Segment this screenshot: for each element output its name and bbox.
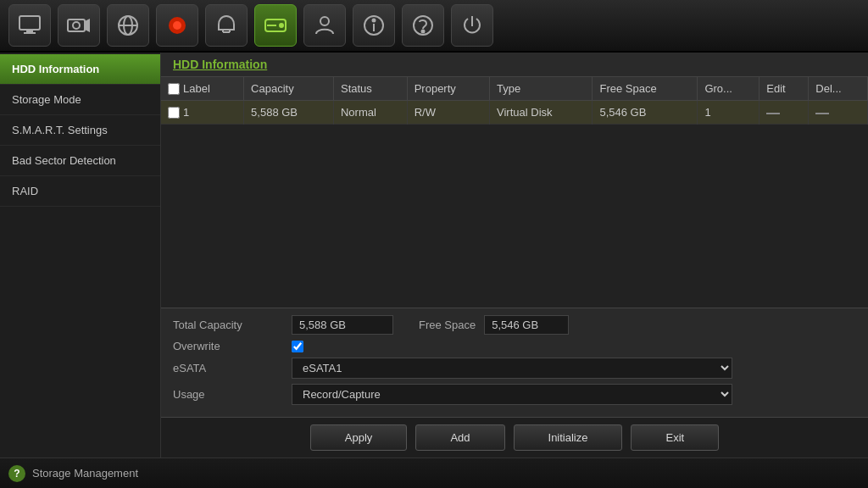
row-status: Normal bbox=[333, 101, 407, 125]
esata-select[interactable]: eSATA1 bbox=[292, 358, 732, 379]
user-icon[interactable] bbox=[303, 4, 346, 47]
network-icon[interactable] bbox=[107, 4, 149, 47]
initialize-button[interactable]: Initialize bbox=[514, 424, 623, 451]
svg-rect-1 bbox=[26, 30, 33, 32]
row-label: 1 bbox=[161, 101, 244, 125]
sidebar-item-raid[interactable]: RAID bbox=[0, 176, 160, 207]
svg-rect-0 bbox=[19, 16, 40, 30]
free-space-label: Free Space bbox=[419, 319, 476, 331]
col-label: Label bbox=[161, 77, 244, 101]
status-icon: ? bbox=[8, 465, 25, 482]
sidebar-item-hdd-information[interactable]: HDD Information bbox=[0, 54, 160, 85]
col-property: Property bbox=[407, 77, 489, 101]
svg-point-20 bbox=[373, 19, 376, 22]
col-type: Type bbox=[490, 77, 593, 101]
info-icon[interactable] bbox=[353, 4, 395, 47]
col-edit: Edit bbox=[760, 77, 809, 101]
statusbar: ? Storage Management bbox=[0, 458, 868, 488]
status-text: Storage Management bbox=[32, 467, 138, 480]
svg-point-17 bbox=[320, 17, 329, 25]
svg-point-22 bbox=[422, 30, 425, 33]
total-capacity-value: 5,588 GB bbox=[292, 315, 393, 335]
row-group: 1 bbox=[698, 101, 760, 125]
usage-label: Usage bbox=[173, 388, 283, 401]
select-all-checkbox[interactable] bbox=[168, 83, 180, 95]
sidebar: HDD Information Storage Mode S.M.A.R.T. … bbox=[0, 53, 161, 458]
main-area: HDD Information Storage Mode S.M.A.R.T. … bbox=[0, 53, 868, 458]
overwrite-row: Overwrite bbox=[173, 340, 856, 352]
exit-button[interactable]: Exit bbox=[631, 424, 719, 451]
usage-select[interactable]: Record/Capture bbox=[292, 384, 732, 405]
add-button[interactable]: Add bbox=[415, 424, 504, 451]
svg-rect-2 bbox=[24, 32, 36, 34]
hdd-table-body: 1 5,588 GB Normal R/W Virtual Disk 5,546… bbox=[161, 101, 868, 125]
content-area: HDD Information Label Capacity Status bbox=[161, 53, 868, 458]
row-checkbox[interactable] bbox=[168, 107, 180, 119]
button-bar: Apply Add Initialize Exit bbox=[161, 417, 868, 458]
col-delete: Del... bbox=[809, 77, 868, 101]
record-icon[interactable] bbox=[156, 4, 198, 47]
col-capacity: Capacity bbox=[244, 77, 334, 101]
row-free-space: 5,546 GB bbox=[593, 101, 698, 125]
sidebar-item-bad-sector-detection[interactable]: Bad Sector Detection bbox=[0, 146, 160, 176]
svg-point-4 bbox=[73, 22, 80, 29]
hdd-table: Label Capacity Status Property Type Free… bbox=[161, 77, 868, 125]
table-row: 1 5,588 GB Normal R/W Virtual Disk 5,546… bbox=[161, 101, 868, 125]
esata-row: eSATA eSATA1 bbox=[173, 358, 856, 379]
row-type: Virtual Disk bbox=[490, 101, 593, 125]
overwrite-label: Overwrite bbox=[173, 340, 283, 352]
overwrite-checkbox[interactable] bbox=[292, 341, 303, 352]
capacity-row: Total Capacity 5,588 GB Free Space 5,546… bbox=[173, 315, 856, 335]
content-title: HDD Information bbox=[161, 53, 868, 77]
usage-row: Usage Record/Capture bbox=[173, 384, 856, 405]
col-status: Status bbox=[333, 77, 407, 101]
svg-point-15 bbox=[280, 24, 283, 27]
row-capacity: 5,588 GB bbox=[244, 101, 334, 125]
power-icon[interactable] bbox=[451, 4, 493, 47]
free-space-value: 5,546 GB bbox=[484, 315, 569, 335]
monitor-icon[interactable] bbox=[8, 4, 51, 47]
help-icon[interactable] bbox=[402, 4, 444, 47]
alarm-icon[interactable] bbox=[205, 4, 248, 47]
apply-button[interactable]: Apply bbox=[310, 424, 408, 451]
hdd-icon[interactable] bbox=[254, 4, 297, 47]
table-header-row: Label Capacity Status Property Type Free… bbox=[161, 77, 868, 101]
esata-label: eSATA bbox=[173, 362, 283, 374]
total-capacity-label: Total Capacity bbox=[173, 319, 283, 331]
row-delete[interactable] bbox=[809, 101, 868, 125]
sidebar-item-storage-mode[interactable]: Storage Mode bbox=[0, 85, 160, 115]
row-property: R/W bbox=[407, 101, 489, 125]
hdd-table-area: Label Capacity Status Property Type Free… bbox=[161, 77, 868, 308]
camera-icon[interactable] bbox=[58, 4, 100, 47]
bottom-info: Total Capacity 5,588 GB Free Space 5,546… bbox=[161, 308, 868, 417]
row-edit[interactable] bbox=[760, 101, 809, 125]
col-group: Gro... bbox=[698, 77, 760, 101]
topbar bbox=[0, 0, 868, 53]
col-free-space: Free Space bbox=[593, 77, 698, 101]
sidebar-item-smart-settings[interactable]: S.M.A.R.T. Settings bbox=[0, 115, 160, 146]
svg-point-10 bbox=[173, 21, 181, 30]
